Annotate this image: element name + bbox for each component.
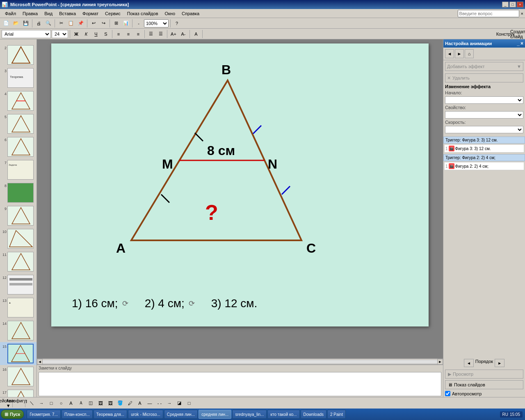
slide-thumb-2[interactable]: 2 (0, 43, 37, 66)
help-close-btn[interactable]: × (521, 11, 523, 16)
slide-thumb-10[interactable]: 10 (0, 227, 37, 250)
save-btn[interactable]: 💾 (21, 19, 30, 28)
strikethrough-btn[interactable]: S (101, 30, 110, 39)
underline-btn[interactable]: Ч (91, 30, 100, 39)
slide-thumb-15[interactable]: 15 (0, 342, 37, 365)
menu-help[interactable]: Справка (178, 10, 203, 17)
hscrollbar[interactable]: ◄ ► (37, 358, 443, 364)
help-btn[interactable]: ? (172, 19, 181, 28)
decrease-font-btn[interactable]: A- (179, 30, 188, 39)
redo-btn[interactable]: ↪ (99, 19, 108, 28)
slide-thumb-13[interactable]: 13 ▲ (0, 296, 37, 319)
taskbar-item-2[interactable]: Теорема для... (94, 410, 127, 419)
trigger1-item[interactable]: 1 🎬 Фигура 3: 3) 12 см. (444, 144, 524, 153)
menu-insert[interactable]: Вставка (56, 10, 79, 17)
new-btn[interactable]: 📄 (2, 19, 11, 28)
align-center-btn[interactable]: ≡ (124, 30, 133, 39)
create-slide-btn[interactable]: Создать слайд (514, 30, 523, 39)
taskbar-item-3[interactable]: urok - Microso... (128, 410, 163, 419)
linecolor-btn[interactable]: 🖊 (126, 399, 135, 408)
taskbar-item-6[interactable]: srednyaya_lin... (232, 410, 267, 419)
scroll-left-btn[interactable]: ◄ (37, 359, 43, 365)
property-select[interactable] (445, 111, 523, 119)
undo-btn[interactable]: ↩ (89, 19, 98, 28)
line-btn[interactable]: ＼ (27, 399, 36, 408)
paste-btn[interactable]: 📌 (76, 19, 85, 28)
3d-btn[interactable]: □ (185, 399, 194, 408)
diagram-btn[interactable]: ◫ (86, 399, 95, 408)
panel-close-btn[interactable]: × (520, 41, 523, 46)
dashstyle-btn[interactable]: - - (155, 399, 164, 408)
font-color-btn[interactable]: A (192, 30, 201, 39)
order-btn-right[interactable]: ► (495, 359, 504, 367)
taskbar-item-downloads[interactable]: Downloads (301, 410, 326, 419)
image-btn[interactable]: 🖼 (106, 399, 115, 408)
oval-btn[interactable]: ○ (57, 399, 66, 408)
taskbar-item-5[interactable]: средняя лин... (199, 410, 231, 419)
start-select[interactable] (445, 96, 523, 104)
start-button[interactable]: ⊞ Пуск (1, 410, 24, 419)
anim-back-btn[interactable]: ◄ (445, 49, 454, 58)
help-search-input[interactable] (458, 10, 519, 17)
slideshow-btn-panel[interactable]: 🖥 Показ слайдов (445, 380, 523, 389)
zoom-select[interactable]: 100% 75% 50% (144, 19, 169, 27)
menu-slideshow[interactable]: Показ слайдов (124, 10, 162, 17)
delete-btn[interactable]: ✕ Удалить (445, 73, 523, 82)
arrowstyle-btn[interactable]: → (165, 399, 174, 408)
wordart-btn[interactable]: Ａ (76, 399, 85, 408)
add-effect-btn[interactable]: Добавить эффект ▼ (445, 62, 523, 71)
slide-thumb-8[interactable]: 8 (0, 181, 37, 204)
slide-thumb-5[interactable]: 5 (0, 112, 37, 135)
order-btn-left[interactable]: ◄ (464, 359, 474, 367)
anim-forward-btn[interactable]: ► (455, 49, 464, 58)
trigger2-item[interactable]: 1 🎬 Фигура 2: 2) 4 см; (444, 162, 524, 170)
menu-file[interactable]: Файл (2, 10, 19, 17)
taskbar-item-1[interactable]: План-консп... (62, 410, 93, 419)
slide-thumb-11[interactable]: 11 (0, 250, 37, 273)
scroll-right-btn[interactable]: ► (437, 359, 443, 365)
shadow-btn[interactable]: ◪ (175, 399, 184, 408)
notes-content[interactable] (39, 372, 441, 396)
copy-btn[interactable]: 📋 (66, 19, 75, 28)
menu-tools[interactable]: Сервис (102, 10, 124, 17)
align-right-btn[interactable]: ≡ (134, 30, 143, 39)
slide-canvas[interactable]: B A C M N 8 см ? 1) 16 см; (51, 43, 429, 326)
answer2-icon[interactable]: ⟳ (189, 299, 195, 308)
close-btn[interactable]: × (517, 2, 523, 7)
italic-btn[interactable]: К (82, 30, 91, 39)
textbox-btn[interactable]: A (66, 399, 75, 408)
taskbar-item-4[interactable]: Средняя лин... (164, 410, 198, 419)
autoshapes-btn[interactable]: Автофигуры ▼ (14, 399, 23, 408)
minimize-btn[interactable]: _ (502, 2, 509, 7)
taskbar-item-paint[interactable]: 2 Paint (327, 410, 346, 419)
slide-thumb-9[interactable]: 9 (0, 204, 37, 227)
slide-thumb-14[interactable]: 14 (0, 319, 37, 342)
fillcolor-btn[interactable]: 🪣 (116, 399, 125, 408)
arrow-btn[interactable]: → (37, 399, 46, 408)
bullets-btn[interactable]: ☰ (146, 30, 155, 39)
fontsize-select[interactable]: 24 (52, 30, 68, 38)
insert-table-btn[interactable]: ⊞ (112, 19, 121, 28)
slide-thumb-17[interactable]: 17 (0, 388, 37, 397)
zoom-out-btn[interactable]: - (134, 19, 143, 28)
linestyle-btn[interactable]: — (145, 399, 154, 408)
bold-btn[interactable]: Ж (72, 30, 81, 39)
slide-thumb-4[interactable]: 4 (0, 89, 37, 112)
cut-btn[interactable]: ✂ (57, 19, 66, 28)
slide-thumb-16[interactable]: 16 (0, 365, 37, 388)
numbering-btn[interactable]: ☰ (156, 30, 165, 39)
taskbar-item-7[interactable]: кто такой ко... (267, 410, 299, 419)
preview-btn-panel[interactable]: ▶ Просмотр (445, 370, 523, 379)
print-btn[interactable]: 🖨 (34, 19, 43, 28)
anim-home-btn[interactable]: ⌂ (465, 49, 474, 58)
menu-edit[interactable]: Правка (19, 10, 41, 17)
clipart-btn[interactable]: 🖼 (96, 399, 105, 408)
answer1-icon[interactable]: ⟳ (122, 299, 128, 308)
slide-thumb-12[interactable]: 12 (0, 273, 37, 296)
insert-chart-btn[interactable]: 📊 (121, 19, 130, 28)
slide-thumb-3[interactable]: 3 Теорема (0, 66, 37, 89)
fontcolor2-btn[interactable]: A (135, 399, 144, 408)
align-left-btn[interactable]: ≡ (114, 30, 123, 39)
maximize-btn[interactable]: □ (509, 2, 516, 7)
rect-btn[interactable]: □ (47, 399, 56, 408)
